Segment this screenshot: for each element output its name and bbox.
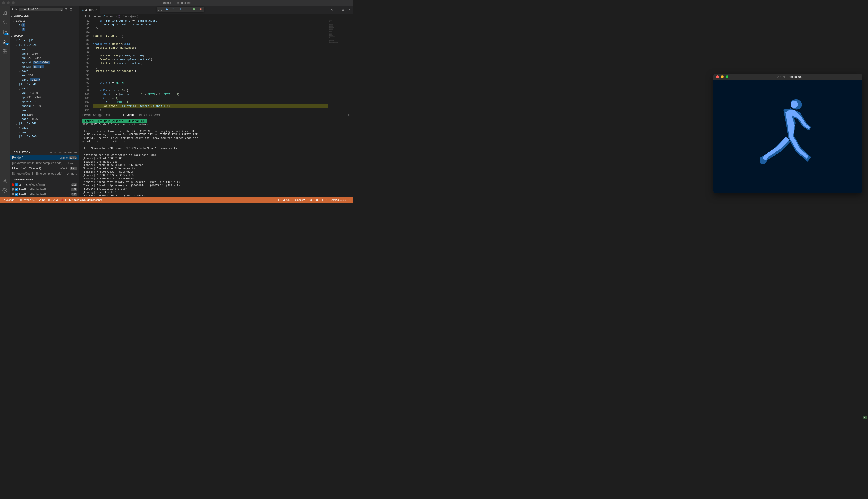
watch-prop[interactable]: hp: 226 '\342' (10, 56, 79, 60)
watch-wait[interactable]: ›wait (10, 125, 79, 130)
variables-locals[interactable]: ⌄Locals (10, 19, 79, 23)
panel-close-icon[interactable]: × (348, 113, 350, 116)
svg-point-3 (5, 32, 7, 33)
variable-item[interactable]: i: 3 (10, 23, 79, 27)
status-problems[interactable]: ⊘ 0 ⚠ 3 (48, 198, 58, 202)
chevron-down-icon[interactable]: ⌄ (60, 8, 62, 12)
watch-entry[interactable]: ⌄[2]: 0xf5d8 (10, 121, 79, 125)
chevron-down-icon: ⌄ (10, 151, 14, 154)
editor-body[interactable]: 8182838485868788899091929394959697989910… (79, 19, 352, 111)
watch-prop[interactable]: reg: 226 (10, 73, 79, 77)
tab-problems[interactable]: PROBLEMS 3 (82, 112, 102, 118)
traffic-max[interactable] (12, 1, 14, 4)
watch-prop[interactable]: hpmask: 48 '0' (10, 104, 79, 108)
status-lang[interactable]: C (326, 198, 328, 202)
more-icon[interactable]: ⋯ (347, 8, 350, 11)
stop-icon[interactable]: ■ (199, 7, 203, 11)
traffic-min[interactable] (7, 1, 10, 4)
code-editor[interactable]: if (running.current >= running.count) ru… (93, 19, 328, 111)
breadcrumb-item[interactable]: anim (94, 14, 100, 18)
breadcrumb-item[interactable]: anim.c (106, 14, 115, 18)
callstack-frame[interactable]: Render()anim.c103:1 (10, 155, 79, 160)
breakpoint-checkbox[interactable] (15, 188, 18, 191)
section-variables[interactable]: ⌄ VARIABLES (10, 13, 79, 19)
activity-extensions[interactable] (0, 47, 10, 56)
watch-entry[interactable]: ›[3]: 0xf5e0 (10, 134, 79, 138)
tab-terminal[interactable]: TERMINAL (121, 112, 135, 118)
watch-prop[interactable]: vpmask: 208 '\320' (10, 60, 79, 64)
status-compiler[interactable]: Amiga GCC (331, 198, 346, 202)
watch-prop[interactable]: hp: 230 '\346' (10, 95, 79, 99)
status-encoding[interactable]: UTF-8 (310, 198, 318, 202)
compare-icon[interactable]: ⟲ (331, 8, 334, 11)
callstack-frame[interactable]: [Unknown/Just-In-Time compiled code]Unkn… (10, 160, 79, 166)
debug-config-select[interactable]: Amiga GDB (19, 8, 63, 11)
watch-wait[interactable]: ⌄wait (10, 47, 79, 51)
status-indent[interactable]: Spaces: 2 (295, 198, 307, 202)
status-branch[interactable]: ⎇ vscode*+ (2, 198, 17, 202)
status-cursor[interactable]: Ln 103, Col 1 (276, 198, 292, 202)
tab-anim-c[interactable]: C anim.c × (79, 6, 100, 14)
section-watch[interactable]: ⌄ WATCH (10, 33, 79, 38)
watch-move[interactable]: ⌄move (10, 69, 79, 73)
section-breakpoints[interactable]: ⌄ BREAKPOINTS (10, 177, 79, 182)
callstack-frame[interactable]: [Unknown/Just-In-Time compiled code]Unkn… (10, 171, 79, 177)
step-over-icon[interactable]: ↷ (172, 7, 176, 11)
terminal-content[interactable]: [fsuae] 1:fs-uae* 2:serial 3:parallel- 2… (79, 119, 352, 197)
continue-icon[interactable]: ▶ (165, 7, 169, 11)
minimap[interactable]: ████████████████████████████████████████… (328, 19, 352, 111)
breadcrumb[interactable]: effects › anim › C anim.c › ⬚ Render(voi… (79, 14, 352, 19)
activity-scm[interactable]: 16 (0, 27, 10, 37)
breakpoint-item[interactable]: tiles8.ceffects/tiles8220 (10, 192, 79, 197)
watch-prop[interactable]: vp: 0 '\000' (10, 90, 79, 95)
watch-entry[interactable]: ⌄[0]: 0xf5c8 (10, 42, 79, 47)
svg-rect-5 (3, 50, 5, 51)
watch-move[interactable]: ⌄move (10, 108, 79, 112)
breakpoint-item[interactable]: anim.ceffects/anim103 (10, 182, 79, 187)
watch-prop[interactable]: reg: 230 (10, 112, 79, 117)
breakpoint-checkbox[interactable] (15, 193, 18, 196)
status-python[interactable]: ⊕ Python 3.9.1 64-bit (20, 198, 45, 202)
split-icon[interactable]: ◫ (336, 8, 339, 11)
step-out-icon[interactable]: ↑ (185, 7, 189, 11)
activity-explorer[interactable] (0, 8, 10, 17)
more-icon[interactable]: ⋯ (75, 8, 77, 11)
restart-icon[interactable]: ↻ (192, 7, 196, 11)
status-eol[interactable]: LF (321, 198, 324, 202)
watch-prop[interactable]: data: 14896 (10, 117, 79, 121)
status-check[interactable]: ✓ (348, 198, 351, 202)
traffic-close[interactable] (2, 1, 5, 4)
watch-prop[interactable]: hpmask: 48 '0' (10, 64, 79, 69)
watch-prop[interactable]: vpmask: 58 ':' (10, 99, 79, 104)
watch-entry[interactable]: ⌄[1]: 0xf5d0 (10, 82, 79, 86)
variable-item[interactable]: n: 3 (10, 27, 79, 32)
activity-debug[interactable]: 1 (0, 37, 10, 47)
breakpoint-checkbox[interactable] (15, 183, 18, 186)
diff-icon[interactable]: ⊞ (342, 8, 344, 11)
debug-toolbar[interactable]: ⋮⋮ ▶ ↷ ↓ ↑ ↻ ■ (157, 7, 204, 12)
activity-accounts[interactable] (0, 176, 10, 185)
close-icon[interactable]: × (95, 8, 97, 12)
step-into-icon[interactable]: ↓ (178, 7, 183, 11)
watch-prop[interactable]: data: -12240 (10, 77, 79, 82)
debug-console-icon[interactable]: ⊡ (70, 8, 72, 11)
watch-wait[interactable]: ⌄wait (10, 86, 79, 90)
drag-handle-icon[interactable]: ⋮⋮ (158, 7, 162, 11)
callstack-frame[interactable]: EffectRun(__?? effect)effect.c99:1 (10, 166, 79, 171)
line-gutter[interactable]: 8182838485868788899091929394959697989910… (79, 19, 93, 111)
activity-settings[interactable] (0, 185, 10, 195)
c-file-icon: C (103, 15, 106, 18)
activity-search[interactable] (0, 17, 10, 27)
section-callstack[interactable]: ⌄ CALL STACK PAUSED ON BREAKPOINT (10, 150, 79, 155)
breadcrumb-item[interactable]: effects (83, 14, 91, 18)
gear-icon[interactable]: ⚙ (65, 8, 67, 11)
breakpoint-item[interactable]: tiles8.ceffects/tiles8159 (10, 187, 79, 192)
watch-root[interactable]: ⌄bplptr: [4] (10, 38, 79, 42)
tab-output[interactable]: OUTPUT (106, 112, 117, 118)
status-debug-target[interactable]: ▶ Amiga GDB (demoscene) (69, 198, 102, 202)
tab-debug-console[interactable]: DEBUG CONSOLE (139, 112, 162, 118)
status-debug-icon[interactable]: 🐞 1 (61, 198, 66, 202)
watch-prop[interactable]: vp: 0 '\000' (10, 51, 79, 56)
breadcrumb-item[interactable]: Render(void) (121, 14, 138, 18)
watch-move[interactable]: ›move (10, 130, 79, 134)
